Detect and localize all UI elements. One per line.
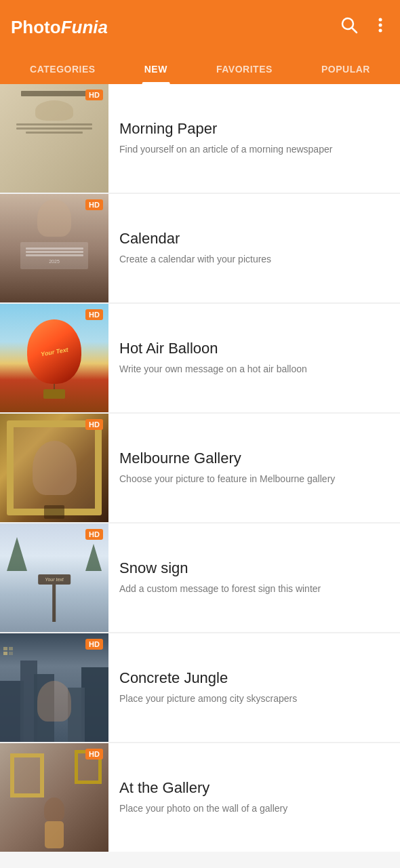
list-item[interactable]: HD Melbourne Gallery Choose your picture…: [0, 414, 400, 522]
item-desc: Write your own message on a hot air ball…: [119, 363, 389, 376]
item-title: Morning Paper: [119, 120, 389, 138]
tab-favorites[interactable]: FAVORITES: [208, 54, 281, 84]
item-thumbnail-balloon: Your Text HD: [0, 304, 108, 412]
item-title: At the Gallery: [119, 779, 389, 797]
item-content: Melbourne Gallery Choose your picture to…: [108, 414, 400, 522]
hd-badge: HD: [85, 419, 103, 430]
item-content: Calendar Create a calendar with your pic…: [108, 194, 400, 302]
hd-badge: HD: [85, 749, 103, 760]
item-desc: Find yourself on an article of a morning…: [119, 143, 389, 157]
list-item[interactable]: HD At the Gallery Place your photo on th…: [0, 743, 400, 852]
svg-point-3: [379, 24, 382, 27]
item-thumbnail-concrete-jungle: HD: [0, 633, 108, 742]
item-desc: Create a calendar with your pictures: [119, 253, 389, 267]
list-item[interactable]: Your text HD Snow sign Add a custom mess…: [0, 524, 400, 632]
item-desc: Place your photo on the wall of a galler…: [119, 802, 389, 816]
item-content: Concrete Jungle Place your picture among…: [108, 633, 400, 742]
item-content: Hot Air Balloon Write your own message o…: [108, 304, 400, 412]
item-thumbnail-melbourne-gallery: HD: [0, 414, 108, 522]
hd-badge: HD: [85, 639, 103, 650]
list-item[interactable]: Your Text HD Hot Air Balloon Write your …: [0, 304, 400, 412]
item-thumbnail-snow-sign: Your text HD: [0, 524, 108, 632]
tab-categories[interactable]: CATEGORIES: [22, 54, 104, 84]
item-content: Snow sign Add a custom message to forest…: [108, 524, 400, 632]
items-list: HD Morning Paper Find yourself on an art…: [0, 84, 400, 852]
item-title: Melbourne Gallery: [119, 450, 389, 467]
list-item[interactable]: HD Concrete Jungle Place your picture am…: [0, 633, 400, 742]
hd-badge: HD: [85, 90, 103, 100]
logo-text: PhotoFunia: [11, 17, 108, 38]
tab-new[interactable]: NEW: [136, 54, 176, 84]
hd-badge: HD: [85, 199, 103, 210]
item-title: Calendar: [119, 230, 389, 248]
item-desc: Place your picture among city skyscraper…: [119, 692, 389, 706]
hd-badge: HD: [85, 529, 103, 540]
item-content: Morning Paper Find yourself on an articl…: [108, 84, 400, 193]
logo-photo: Photo: [11, 17, 61, 37]
item-title: Snow sign: [119, 559, 389, 577]
svg-point-2: [379, 18, 382, 22]
item-desc: Choose your picture to feature in Melbou…: [119, 473, 389, 486]
item-thumbnail-calendar: 2025 HD: [0, 194, 108, 302]
logo: PhotoFunia: [11, 17, 108, 38]
item-thumbnail-morning-paper: HD: [0, 84, 108, 193]
svg-point-4: [379, 29, 382, 33]
svg-line-1: [352, 28, 357, 33]
hd-badge: HD: [85, 309, 103, 320]
item-title: Hot Air Balloon: [119, 340, 389, 357]
logo-funia: Funia: [61, 17, 108, 37]
item-desc: Add a custom message to forest sign this…: [119, 583, 389, 596]
item-title: Concrete Jungle: [119, 669, 389, 687]
search-icon[interactable]: [340, 16, 358, 38]
nav-tabs: CATEGORIES NEW FAVORITES POPULAR: [0, 54, 400, 84]
header-icons: [340, 16, 389, 38]
list-item[interactable]: 2025 HD Calendar Create a calendar with …: [0, 194, 400, 302]
item-content: At the Gallery Place your photo on the w…: [108, 743, 400, 852]
more-options-icon[interactable]: [372, 16, 389, 38]
list-item[interactable]: HD Morning Paper Find yourself on an art…: [0, 84, 400, 193]
header: PhotoFunia: [0, 0, 400, 54]
item-thumbnail-at-the-gallery: HD: [0, 743, 108, 852]
tab-popular[interactable]: POPULAR: [313, 54, 378, 84]
